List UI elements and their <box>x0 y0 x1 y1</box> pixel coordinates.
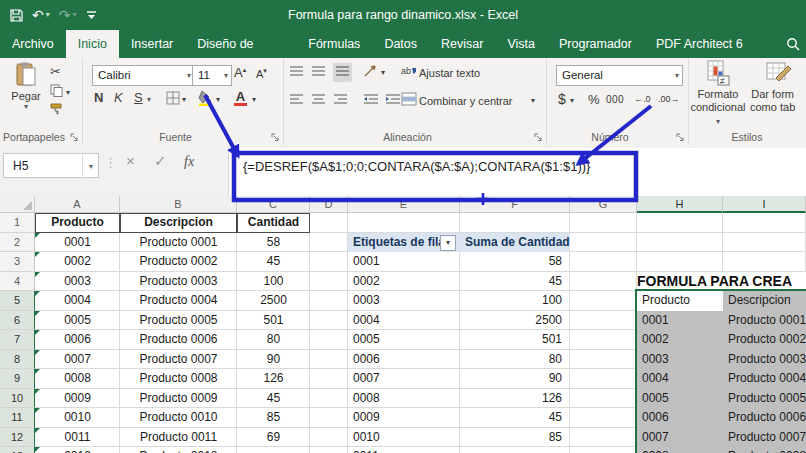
cell-H8[interactable]: 0003 <box>637 350 723 370</box>
row-header-13[interactable]: 13 <box>0 447 35 453</box>
number-dialog-launcher-icon[interactable] <box>676 132 685 141</box>
fill-color-button[interactable] <box>198 90 213 108</box>
number-format-combo[interactable]: General ▾ <box>556 65 683 86</box>
row-header-3[interactable]: 3 <box>0 252 35 272</box>
shrink-font-button[interactable]: A▾ <box>256 67 267 80</box>
cell-I13[interactable]: Producto 0008 <box>723 447 806 453</box>
row-header-8[interactable]: 8 <box>0 350 35 370</box>
cell-F7[interactable]: 501 <box>460 330 570 350</box>
cell-B8[interactable]: Producto 0007 <box>120 350 237 370</box>
cell-H9[interactable]: 0004 <box>637 369 723 389</box>
cell-C3[interactable]: 45 <box>237 252 310 272</box>
cell-E7[interactable]: 0005 <box>348 330 460 350</box>
cell-C12[interactable]: 69 <box>237 428 310 448</box>
column-header-I[interactable]: I <box>723 196 806 213</box>
column-header-H[interactable]: H <box>637 196 723 213</box>
cell-E9[interactable]: 0007 <box>348 369 460 389</box>
cell-I8[interactable]: Producto 0003 <box>723 350 806 370</box>
align-center-button[interactable] <box>311 93 326 108</box>
cell-A6[interactable]: 0005 <box>35 311 120 331</box>
save-icon[interactable] <box>10 9 23 22</box>
cell-E5[interactable]: 0003 <box>348 291 460 311</box>
bold-button[interactable]: N <box>94 90 103 105</box>
orientation-dropdown-icon[interactable]: ▾ <box>381 68 385 77</box>
cell-A12[interactable]: 0011 <box>35 428 120 448</box>
cell-B12[interactable]: Producto 0011 <box>120 428 237 448</box>
decrease-decimal-button[interactable]: .00→ <box>658 94 680 104</box>
cell-F3[interactable]: 58 <box>460 252 570 272</box>
orientation-button[interactable] <box>363 64 379 80</box>
cell-C9[interactable]: 126 <box>237 369 310 389</box>
cell-E4[interactable]: 0002 <box>348 272 460 292</box>
column-header-D[interactable]: D <box>310 196 348 213</box>
cell-E3[interactable]: 0001 <box>348 252 460 272</box>
cell-B2[interactable]: Producto 0001 <box>120 233 237 253</box>
cell-H11[interactable]: 0006 <box>637 408 723 428</box>
tab-inicio[interactable]: Inicio <box>66 30 119 58</box>
customize-qat-button[interactable] <box>86 9 97 21</box>
cell-A7[interactable]: 0006 <box>35 330 120 350</box>
column-header-F[interactable]: F <box>460 196 570 213</box>
column-header-B[interactable]: B <box>120 196 237 213</box>
format-painter-button[interactable] <box>50 102 64 117</box>
cell-B10[interactable]: Producto 0009 <box>120 389 237 409</box>
align-bottom-button[interactable] <box>333 63 352 82</box>
pivot-filter-dropdown-icon[interactable]: ▾ <box>440 235 456 251</box>
tab-diseño-de-página[interactable]: Diseño de página <box>185 30 296 58</box>
cell-A9[interactable]: 0008 <box>35 369 120 389</box>
row-header-4[interactable]: 4 <box>0 272 35 292</box>
copy-button[interactable] <box>50 84 63 99</box>
align-left-button[interactable] <box>289 93 304 108</box>
merge-center-label[interactable]: Combinar y centrar <box>419 95 513 107</box>
cell-E6[interactable]: 0004 <box>348 311 460 331</box>
wrap-text-label[interactable]: Ajustar texto <box>419 67 480 79</box>
cell-A1[interactable]: Producto <box>35 213 120 233</box>
percent-style-button[interactable]: % <box>588 92 600 107</box>
merge-center-dropdown-icon[interactable]: ▾ <box>531 96 535 105</box>
font-size-combo[interactable]: 11 ▾ <box>192 65 232 86</box>
cell-A5[interactable]: 0004 <box>35 291 120 311</box>
cell-A11[interactable]: 0010 <box>35 408 120 428</box>
comma-style-button[interactable]: 000 <box>606 94 624 105</box>
column-header-E[interactable]: E <box>348 196 460 213</box>
cell-I10[interactable]: Producto 0005 <box>723 389 806 409</box>
cell-C2[interactable]: 58 <box>237 233 310 253</box>
column-header-G[interactable]: G <box>570 196 637 213</box>
formula-text[interactable]: {=DESREF($A$1;0;0;CONTARA($A:$A);CONTARA… <box>243 159 590 174</box>
cell-H13[interactable]: 0008 <box>637 447 723 453</box>
cell-B11[interactable]: Producto 0010 <box>120 408 237 428</box>
fill-color-dropdown-icon[interactable]: ▾ <box>216 95 220 104</box>
confirm-entry-icon[interactable]: ✓ <box>154 152 167 170</box>
cell-H5[interactable]: Producto <box>637 291 723 311</box>
row-header-7[interactable]: 7 <box>0 330 35 350</box>
cell-B6[interactable]: Producto 0005 <box>120 311 237 331</box>
cell-A8[interactable]: 0007 <box>35 350 120 370</box>
cell-H7[interactable]: 0002 <box>637 330 723 350</box>
cell-C10[interactable]: 45 <box>237 389 310 409</box>
cell-F4[interactable]: 45 <box>460 272 570 292</box>
increase-decimal-button[interactable]: ←.0 <box>634 94 651 104</box>
cell-C8[interactable]: 90 <box>237 350 310 370</box>
cell-I7[interactable]: Producto 0002 <box>723 330 806 350</box>
borders-dropdown-icon[interactable]: ▾ <box>182 95 186 104</box>
underline-button[interactable]: S <box>134 90 143 105</box>
clipboard-dialog-launcher-icon[interactable] <box>70 132 79 141</box>
cell-E13[interactable]: 0011 <box>348 447 460 453</box>
cell-A4[interactable]: 0003 <box>35 272 120 292</box>
font-name-combo[interactable]: Calibri ▾ <box>92 65 195 86</box>
cell-E12[interactable]: 0010 <box>348 428 460 448</box>
tab-datos[interactable]: Datos <box>372 30 429 58</box>
row-header-12[interactable]: 12 <box>0 428 35 448</box>
row-header-5[interactable]: 5 <box>0 291 35 311</box>
cell-B1[interactable]: Descripcion <box>120 213 237 233</box>
borders-button[interactable] <box>166 91 180 107</box>
select-all-corner[interactable] <box>0 196 35 213</box>
redo-dropdown-icon[interactable]: ▾ <box>72 11 76 19</box>
accounting-format-button[interactable]: $ <box>558 91 566 107</box>
tab-programador[interactable]: Programador <box>547 30 644 58</box>
cell-F9[interactable]: 90 <box>460 369 570 389</box>
name-box[interactable]: H5 ▾ <box>3 153 99 178</box>
undo-button[interactable]: ↶▾ <box>32 8 50 22</box>
cell-I12[interactable]: Producto 0007 <box>723 428 806 448</box>
font-dialog-launcher-icon[interactable] <box>271 132 280 141</box>
